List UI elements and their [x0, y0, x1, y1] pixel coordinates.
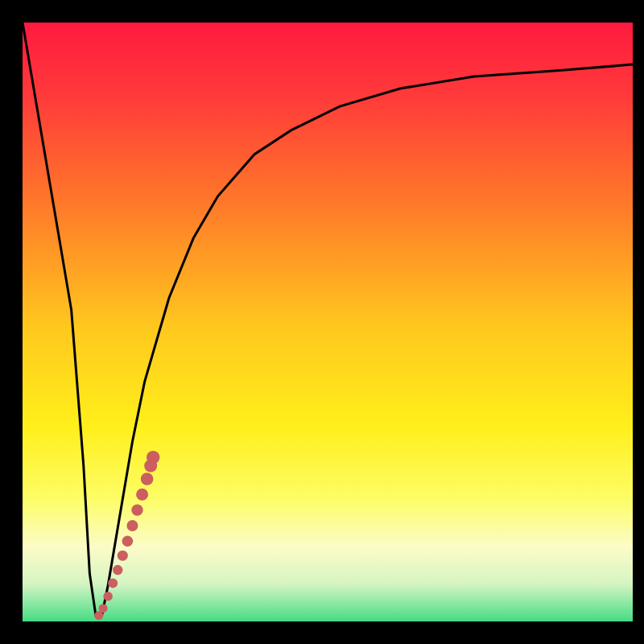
plot-area	[23, 23, 633, 621]
highlight-dot	[118, 551, 128, 561]
highlight-dot	[113, 565, 122, 575]
highlight-dot	[141, 473, 154, 485]
highlight-dot	[108, 578, 118, 588]
highlight-dot	[103, 592, 113, 601]
highlight-dot	[147, 451, 159, 464]
highlight-dot	[131, 504, 142, 515]
bottleneck-curve	[23, 23, 633, 616]
chart-svg	[23, 23, 633, 621]
highlight-dot	[99, 604, 108, 613]
highlight-dot	[136, 489, 148, 501]
highlight-dot	[122, 536, 134, 547]
highlight-dot	[126, 520, 138, 531]
